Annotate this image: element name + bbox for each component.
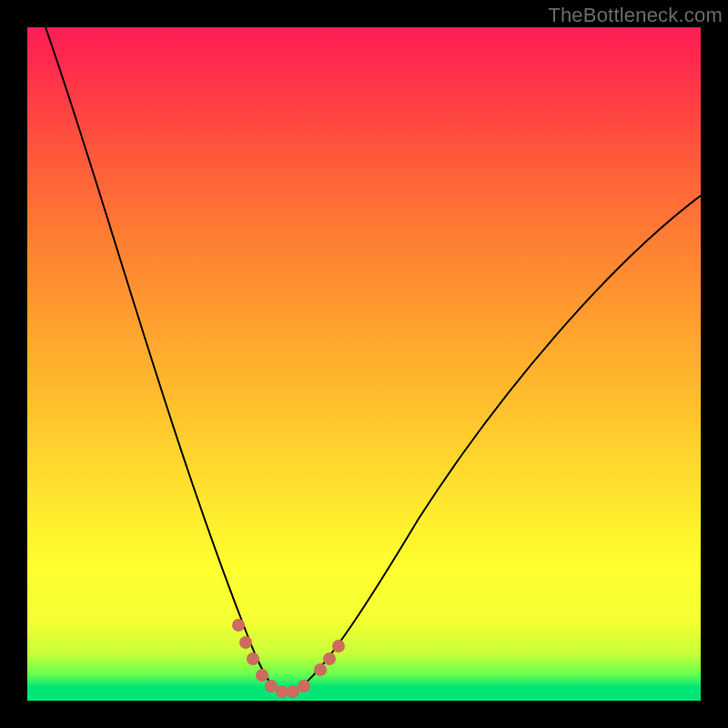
curve-markers	[238, 625, 339, 692]
chart-frame: TheBottleneck.com	[0, 0, 728, 728]
curve-svg	[27, 27, 701, 701]
watermark-text: TheBottleneck.com	[548, 4, 723, 27]
bottleneck-curve	[46, 27, 701, 693]
